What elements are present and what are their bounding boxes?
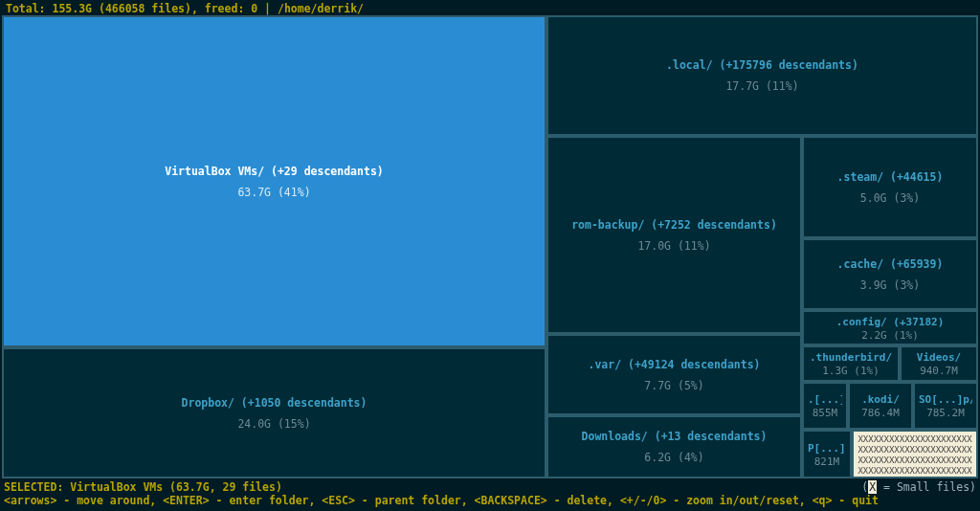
small-files-legend: (X = Small files) bbox=[861, 480, 976, 494]
block-kodi[interactable]: .kodi/ 786.4M bbox=[848, 382, 913, 430]
block-size: 5.0G (3%) bbox=[808, 191, 972, 205]
total-label: Total: bbox=[6, 2, 46, 15]
block-misc-dot[interactable]: .[...]/ 855M bbox=[802, 382, 848, 430]
block-thunderbird[interactable]: .thunderbird/ 1.3G (1%) bbox=[802, 345, 900, 382]
legend-box-icon: X bbox=[868, 480, 877, 494]
block-size: 855M bbox=[808, 407, 842, 419]
selected-value: VirtualBox VMs (63.7G, 29 files) bbox=[70, 480, 282, 494]
freed-value: 0 bbox=[251, 2, 257, 15]
block-title: .kodi/ bbox=[854, 393, 907, 406]
footer: (X = Small files) SELECTED: VirtualBox V… bbox=[0, 480, 980, 509]
block-size: 17.0G (11%) bbox=[552, 239, 796, 253]
block-size: 2.2G (1%) bbox=[808, 328, 972, 341]
block-size: 1.3G (1%) bbox=[808, 365, 894, 377]
selected-label: SELECTED: bbox=[4, 480, 63, 494]
block-title: Videos/ bbox=[905, 351, 972, 364]
block-title: Downloads/ (+13 descendants) bbox=[552, 430, 796, 443]
block-steam[interactable]: .steam/ (+44615) 5.0G (3%) bbox=[802, 136, 978, 238]
block-dropbox[interactable]: Dropbox/ (+1050 descendants) 24.0G (15%) bbox=[2, 347, 546, 478]
block-title: .steam/ (+44615) bbox=[808, 170, 972, 184]
block-title: .config/ (+37182) bbox=[808, 315, 972, 327]
legend-text: = Small files) bbox=[883, 480, 976, 494]
block-size: 24.0G (15%) bbox=[8, 417, 541, 431]
block-size: 6.2G (4%) bbox=[552, 451, 796, 464]
block-size: 940.7M bbox=[905, 365, 972, 377]
block-title: .[...]/ bbox=[808, 393, 842, 406]
block-small-files[interactable]: XXXXXXXXXXXXXXXXXXXXXXXXXXXXXXXXXXXXXXXX… bbox=[852, 430, 978, 478]
block-so[interactable]: SO[...]p/ 785.2M bbox=[913, 382, 978, 430]
block-size: 3.9G (3%) bbox=[808, 278, 972, 292]
status-header: Total: 155.3G (466058 files), freed: 0 |… bbox=[0, 0, 980, 15]
block-title: VirtualBox VMs/ (+29 descendants) bbox=[8, 165, 541, 178]
block-title: .local/ (+175796 descendants) bbox=[552, 58, 972, 72]
freed-label: freed: bbox=[205, 2, 245, 15]
block-size: 785.2M bbox=[919, 407, 972, 419]
block-local[interactable]: .local/ (+175796 descendants) 17.7G (11%… bbox=[546, 15, 978, 136]
block-cache[interactable]: .cache/ (+65939) 3.9G (3%) bbox=[802, 238, 978, 310]
block-title: Dropbox/ (+1050 descendants) bbox=[8, 396, 541, 410]
block-rom-backup[interactable]: rom-backup/ (+7252 descendants) 17.0G (1… bbox=[546, 136, 802, 334]
block-title: rom-backup/ (+7252 descendants) bbox=[552, 218, 796, 232]
block-size: 17.7G (11%) bbox=[552, 79, 972, 93]
block-size: 821M bbox=[808, 455, 846, 467]
file-count: (466058 files) bbox=[99, 2, 191, 15]
block-var[interactable]: .var/ (+49124 descendants) 7.7G (5%) bbox=[546, 334, 802, 415]
block-title: .cache/ (+65939) bbox=[808, 257, 972, 271]
block-virtualbox-vms[interactable]: VirtualBox VMs/ (+29 descendants) 63.7G … bbox=[2, 15, 546, 347]
block-p[interactable]: P[...]/ 821M bbox=[802, 430, 852, 478]
block-videos[interactable]: Videos/ 940.7M bbox=[900, 345, 978, 382]
block-downloads[interactable]: Downloads/ (+13 descendants) 6.2G (4%) bbox=[546, 415, 802, 478]
block-title: SO[...]p/ bbox=[919, 393, 972, 406]
block-title: P[...]/ bbox=[808, 441, 846, 454]
block-size: 786.4M bbox=[854, 407, 907, 419]
block-title: .var/ (+49124 descendants) bbox=[552, 358, 796, 371]
block-size: 63.7G (41%) bbox=[8, 186, 541, 199]
treemap: VirtualBox VMs/ (+29 descendants) 63.7G … bbox=[2, 15, 978, 478]
total-size: 155.3G bbox=[52, 2, 92, 15]
block-title: .thunderbird/ bbox=[808, 351, 894, 364]
help-text: <arrows> - move around, <ENTER> - enter … bbox=[4, 494, 879, 507]
current-path: /home/derrik/ bbox=[278, 2, 364, 15]
block-size: 7.7G (5%) bbox=[552, 379, 796, 392]
block-config[interactable]: .config/ (+37182) 2.2G (1%) bbox=[802, 310, 978, 345]
